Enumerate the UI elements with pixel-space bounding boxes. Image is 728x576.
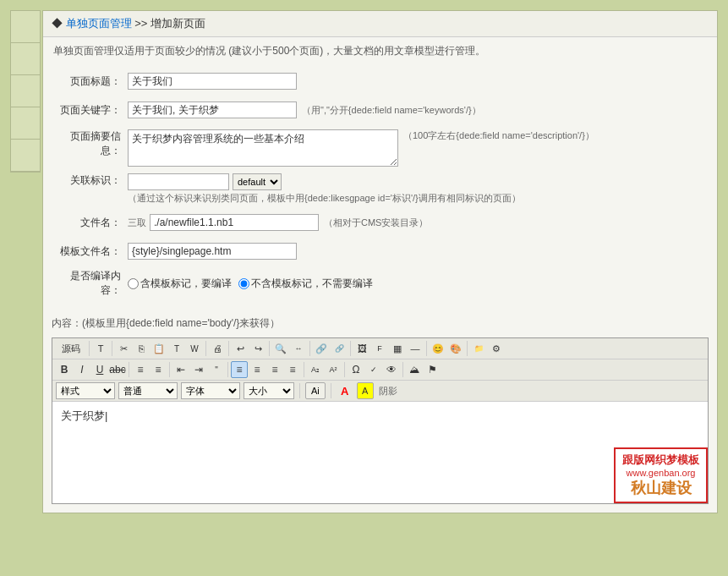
page-description: 单独页面管理仅适用于页面较少的情况 (建议小于500个页面)，大量文档的用文章模…: [43, 37, 717, 65]
sidebar-item-4[interactable]: [11, 107, 40, 140]
toolbar-settings[interactable]: ⚙: [488, 340, 505, 357]
toolbar-mountain[interactable]: ⛰: [406, 361, 423, 378]
toolbar-preview[interactable]: 👁: [383, 361, 400, 378]
toolbar-table[interactable]: ▦: [389, 340, 406, 357]
toolbar-sub[interactable]: A₂: [307, 361, 324, 378]
breadcrumb-separator: >>: [134, 17, 147, 30]
toolbar-indent[interactable]: ⇥: [190, 361, 207, 378]
toolbar-t[interactable]: T: [92, 340, 109, 357]
sep-14: [344, 362, 345, 377]
sep-13: [304, 362, 304, 377]
compile-radio-1[interactable]: [128, 278, 139, 289]
toolbar-paste-word[interactable]: W: [186, 340, 203, 357]
keyword-row: 页面关键字： （用","分开{dede:field name='keywords…: [52, 99, 709, 121]
toolbar-style[interactable]: 🎨: [447, 340, 464, 357]
keyword-input[interactable]: [128, 101, 297, 118]
toolbar-filemanager[interactable]: 📁: [470, 340, 487, 357]
toolbar-font-color[interactable]: A: [337, 382, 353, 399]
editor-toolbar-1: 源码 T ✂ ⎘ 📋 T W 🖨 ↩ ↪ 🔍 ↔: [52, 338, 708, 359]
toolbar-print[interactable]: 🖨: [209, 340, 226, 357]
toolbar-italic[interactable]: I: [74, 361, 90, 378]
toolbar-align-left[interactable]: ≡: [231, 361, 248, 378]
toolbar-emoji[interactable]: 😊: [430, 340, 446, 357]
toolbar-link[interactable]: 🔗: [313, 340, 330, 357]
style-select[interactable]: 样式: [56, 382, 115, 399]
toolbar-ol[interactable]: ≡: [132, 361, 149, 378]
filename-control: 三取 （相对于CMS安装目录）: [128, 214, 709, 231]
editor-text: 关于织梦: [61, 409, 105, 422]
font-select[interactable]: 字体: [181, 382, 240, 399]
tag-select[interactable]: default: [233, 173, 282, 190]
shadow-label: 阴影: [379, 385, 397, 398]
filename-label: 文件名：: [52, 216, 128, 230]
title-label: 页面标题：: [52, 74, 128, 89]
toolbar-paste[interactable]: 📋: [151, 340, 167, 357]
ai-button[interactable]: Ai: [305, 382, 326, 399]
size-select[interactable]: 大小: [244, 382, 294, 399]
toolbar-outdent[interactable]: ⇤: [172, 361, 189, 378]
toolbar-sup[interactable]: A²: [325, 361, 342, 378]
filename-row: 文件名： 三取 （相对于CMS安装目录）: [52, 211, 709, 233]
sidebar-item-3[interactable]: [11, 75, 40, 107]
sep-11: [169, 362, 170, 377]
editor-content[interactable]: 关于织梦 跟版网织梦模板 www.genban.org 秋山建设: [52, 402, 708, 503]
desc-control: 关于织梦内容管理系统的一些基本介绍 （100字左右{dede:field nam…: [128, 129, 709, 167]
sidebar-item-2[interactable]: [11, 43, 40, 75]
compile-option1-label[interactable]: 含模板标记，要编译: [128, 277, 232, 291]
toolbar-hr[interactable]: —: [407, 340, 424, 357]
toolbar-undo[interactable]: ↩: [232, 340, 249, 357]
title-control: [128, 73, 709, 90]
sep-2: [112, 341, 112, 356]
sidebar-item-1[interactable]: [11, 11, 40, 43]
toolbar-align-right[interactable]: ≡: [266, 361, 283, 378]
toolbar-flash[interactable]: F: [371, 340, 388, 357]
tag-control: default （通过这个标识来识别类同页面，模板中用{dede:likesgp…: [128, 173, 709, 205]
toolbar-cut[interactable]: ✂: [115, 340, 132, 357]
tag-hint: （通过这个标识来识别类同页面，模板中用{dede:likesgpage id='…: [128, 192, 521, 205]
toolbar-blockquote[interactable]: ": [208, 361, 225, 378]
breadcrumb-link[interactable]: 单独页面管理: [66, 17, 132, 30]
toolbar-unlink[interactable]: 🔗: [331, 340, 348, 357]
watermark-line1: 跟版网织梦模板: [622, 453, 699, 468]
compile-option2-label[interactable]: 不含模板标记，不需要编译: [238, 277, 373, 291]
breadcrumb: ◆ 单独页面管理 >> 增加新页面: [43, 11, 717, 37]
toolbar-bold[interactable]: B: [56, 361, 73, 378]
desc-input[interactable]: 关于织梦内容管理系统的一些基本介绍: [128, 129, 398, 167]
toolbar-image[interactable]: 🖼: [353, 340, 370, 357]
breadcrumb-diamond: ◆: [52, 17, 63, 30]
sidebar-item-5[interactable]: [11, 140, 40, 172]
toolbar-source[interactable]: 源码: [56, 340, 86, 357]
tag-input[interactable]: [128, 173, 229, 190]
toolbar-align-justify[interactable]: ≡: [284, 361, 301, 378]
toolbar-cleanup[interactable]: ✓: [365, 361, 382, 378]
toolbar-strike[interactable]: abc: [109, 361, 126, 378]
template-label: 模板文件名：: [52, 244, 128, 259]
toolbar-bg-color[interactable]: A: [357, 382, 374, 399]
left-sidebar: [8, 8, 42, 515]
template-input[interactable]: [128, 243, 297, 260]
toolbar-underline[interactable]: U: [91, 361, 108, 378]
toolbar-redo[interactable]: ↪: [249, 340, 266, 357]
format-select[interactable]: 普通: [118, 382, 178, 399]
watermark-box: 跟版网织梦模板 www.genban.org 秋山建设: [614, 447, 708, 503]
toolbar-flag[interactable]: ⚑: [424, 361, 441, 378]
filename-input[interactable]: [150, 214, 319, 231]
toolbar-ul[interactable]: ≡: [150, 361, 167, 378]
sep-9: [467, 341, 468, 356]
toolbar-charmap[interactable]: Ω: [348, 361, 364, 378]
toolbar-align-center[interactable]: ≡: [249, 361, 265, 378]
sep-15: [402, 362, 403, 377]
toolbar-paste-text[interactable]: T: [168, 340, 185, 357]
desc-label: 页面摘要信息：: [52, 129, 128, 158]
tag-label: 关联标识：: [52, 173, 128, 188]
breadcrumb-current: 增加新页面: [151, 17, 205, 30]
sep-5: [269, 341, 270, 356]
watermark-line3: 秋山建设: [622, 478, 699, 498]
compile-radio-2[interactable]: [238, 278, 249, 289]
sep-16: [299, 383, 300, 398]
toolbar-find[interactable]: 🔍: [272, 340, 289, 357]
compile-control: 含模板标记，要编译 不含模板标记，不需要编译: [128, 277, 709, 291]
toolbar-copy[interactable]: ⎘: [133, 340, 150, 357]
title-input[interactable]: [128, 73, 297, 90]
toolbar-replace[interactable]: ↔: [290, 340, 307, 357]
